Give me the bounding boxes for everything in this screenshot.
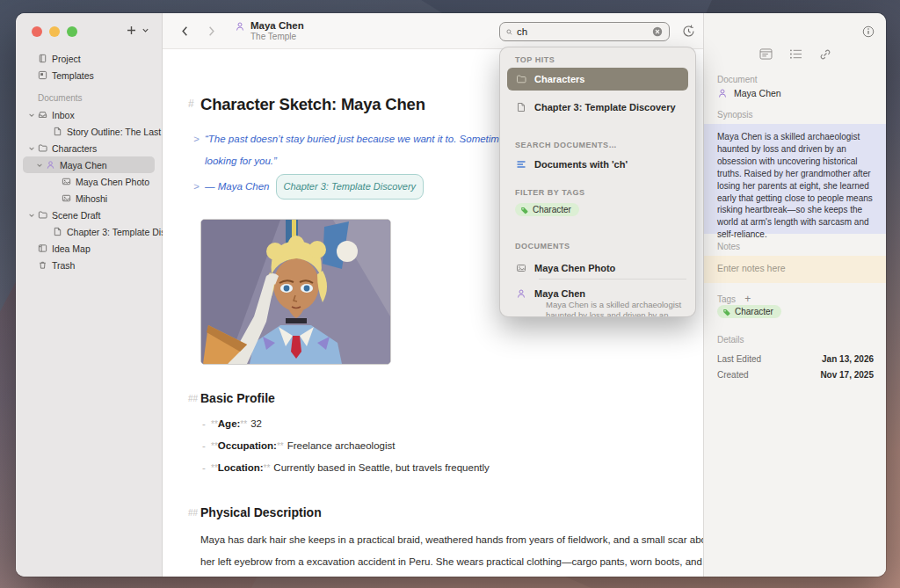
inspector-panel: Document Maya Chen Synopsis Maya Chen is… [703, 13, 886, 577]
markdown-marker: > [193, 128, 200, 150]
back-button[interactable] [175, 21, 194, 40]
markdown-marker: ## [188, 394, 198, 403]
synopsis-text[interactable]: Maya Chen is a skilled archaeologist hau… [704, 124, 886, 234]
sidebar-item-mihoshi[interactable]: Mihoshi [16, 190, 162, 207]
markdown-marker: > [193, 176, 200, 198]
document-card-icon [759, 48, 773, 60]
editor-heading-2: ## Basic Profile [200, 391, 703, 405]
sidebar-item-label: Project [52, 54, 81, 64]
tab-document-info[interactable] [759, 48, 773, 61]
sidebar-item-maya-chen[interactable]: Maya Chen [23, 156, 155, 173]
person-icon [717, 88, 728, 98]
sidebar-item-characters[interactable]: Characters [16, 140, 162, 156]
notes-input[interactable]: Enter notes here [704, 256, 886, 283]
sidebar-item-maya-chen-photo[interactable]: Maya Chen Photo [16, 173, 162, 190]
zoom-window-button[interactable] [67, 26, 77, 37]
idea-map-icon [38, 243, 47, 253]
tab-links[interactable] [819, 48, 831, 61]
chevron-down-icon [142, 26, 149, 34]
template-icon [38, 70, 47, 80]
chevron-down-icon[interactable] [27, 145, 36, 152]
close-icon [652, 26, 663, 37]
sidebar-item-label: Chapter 3: Template Dis… [67, 227, 175, 237]
sidebar-item-label: Idea Map [52, 243, 91, 254]
popover-tag-chip-character[interactable]: Character [515, 203, 579, 216]
chevron-left-icon [179, 25, 191, 37]
folder-icon [38, 210, 47, 220]
add-document-button[interactable] [126, 25, 137, 36]
book-icon [38, 54, 47, 63]
sidebar-item-chapter-3[interactable]: Chapter 3: Template Dis… [16, 223, 162, 240]
text-search-icon [516, 159, 526, 170]
search-input[interactable] [517, 26, 652, 37]
sidebar-item-label: Maya Chen [60, 160, 107, 171]
notes-placeholder: Enter notes here [717, 263, 786, 273]
maya-chen-photo[interactable] [200, 219, 391, 365]
image-icon [516, 263, 526, 273]
chevron-down-icon[interactable] [27, 212, 36, 219]
sidebar-item-idea-map[interactable]: Idea Map [16, 240, 162, 257]
search-field[interactable] [499, 22, 670, 41]
person-icon [516, 288, 526, 299]
sidebar-item-trash[interactable]: Trash [16, 257, 162, 273]
sidebar-item-project[interactable]: Project [16, 50, 162, 67]
search-history-button[interactable] [681, 24, 696, 42]
minimize-window-button[interactable] [49, 26, 60, 37]
sidebar-item-inbox[interactable]: Inbox [16, 106, 162, 123]
sidebar-item-label: Trash [52, 260, 75, 271]
markdown-marker: # [188, 98, 193, 110]
search-popover: TOP HITS Characters Chapter 3: Template … [499, 47, 696, 317]
inbox-icon [38, 110, 47, 120]
popover-search-documents-row[interactable]: Documents with 'ch' [507, 153, 688, 176]
image-icon [62, 177, 71, 186]
info-icon [861, 25, 875, 39]
clear-search-button[interactable] [652, 26, 663, 37]
plus-icon [126, 25, 137, 36]
add-document-menu-button[interactable] [142, 26, 149, 34]
tab-outline[interactable] [789, 48, 802, 61]
add-tag-button[interactable]: + [744, 293, 751, 305]
synopsis-section-label: Synopsis [717, 110, 753, 120]
tag-icon [520, 206, 529, 214]
tag-icon [722, 308, 731, 316]
sidebar-item-templates[interactable]: Templates [16, 67, 162, 83]
popover-result-maya-chen-photo[interactable]: Maya Chen Photo [507, 257, 688, 279]
markdown-marker: - [202, 435, 206, 457]
sidebar-item-scene-draft[interactable]: Scene Draft [16, 207, 162, 223]
document-subtitle: The Temple [250, 32, 304, 42]
image-icon [62, 193, 71, 203]
inspector-document-name: Maya Chen [734, 88, 781, 98]
editor-bullet: -**Age:**32 [200, 413, 703, 435]
sidebar-item-story-outline[interactable]: Story Outline: The Last T… [16, 123, 162, 140]
editor-bullet: -**Location:**Currently based in Seattle… [200, 457, 703, 479]
popover-result-chapter-3[interactable]: Chapter 3: Template Discovery [507, 96, 688, 119]
sidebar: Project Templates Documents Inbox Story … [16, 13, 163, 577]
inspector-document-row[interactable]: Maya Chen [717, 88, 781, 98]
inspector-tabs [704, 48, 886, 61]
tags-section-label: Tags [717, 294, 736, 304]
search-icon [506, 27, 512, 37]
detail-row-created: Created Nov 17, 2025 [717, 370, 874, 380]
info-button[interactable] [861, 25, 875, 40]
chevron-down-icon[interactable] [27, 112, 36, 119]
traffic-lights [32, 26, 77, 37]
folder-icon [38, 143, 47, 153]
document-icon [53, 127, 62, 136]
sidebar-item-label: Inbox [52, 110, 75, 120]
document-link-pill[interactable]: Chapter 3: Template Discovery [276, 174, 425, 200]
popover-header-top-hits: TOP HITS [515, 55, 555, 64]
person-icon [235, 21, 245, 32]
link-icon [819, 48, 831, 61]
details-section-label: Details [717, 335, 744, 345]
document-title-block: Maya Chen The Temple [235, 20, 304, 42]
close-window-button[interactable] [32, 26, 42, 37]
sidebar-item-label: Characters [52, 143, 97, 154]
editor-bullet: -**Occupation:**Freelance archaeologist [200, 435, 703, 457]
tag-chip-character[interactable]: Character [717, 305, 781, 318]
sidebar-item-label: Story Outline: The Last T… [67, 127, 178, 137]
chevron-down-icon[interactable] [35, 162, 44, 169]
folder-icon [516, 74, 526, 84]
editor-paragraph: Maya has dark hair she keeps in a practi… [200, 529, 703, 577]
popover-result-characters[interactable]: Characters [507, 68, 688, 91]
forward-button[interactable] [201, 21, 221, 40]
